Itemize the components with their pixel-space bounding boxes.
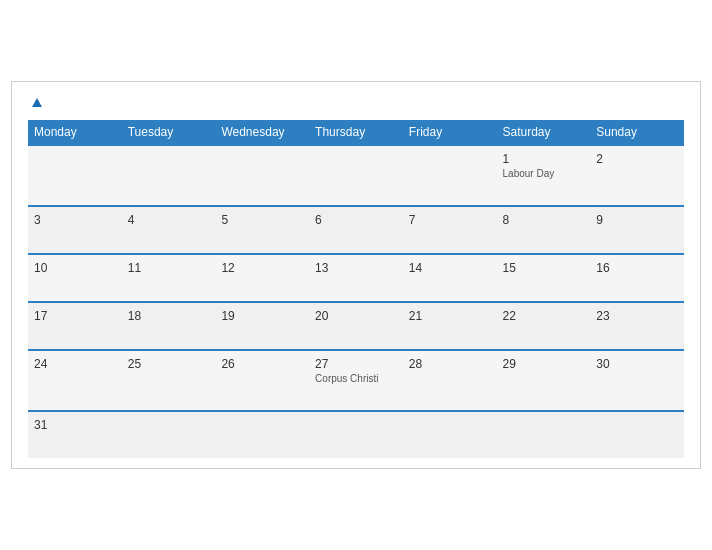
week-row-2: 3456789 [28,206,684,254]
calendar-container: MondayTuesdayWednesdayThursdayFridaySatu… [11,81,701,469]
day-number: 22 [503,309,585,323]
day-number: 31 [34,418,116,432]
calendar-cell: 4 [122,206,216,254]
calendar-cell: 13 [309,254,403,302]
day-number: 3 [34,213,116,227]
calendar-cell: 15 [497,254,591,302]
calendar-cell: 6 [309,206,403,254]
calendar-cell: 24 [28,350,122,411]
calendar-cell [590,411,684,458]
calendar-cell: 17 [28,302,122,350]
calendar-cell: 27Corpus Christi [309,350,403,411]
calendar-cell: 30 [590,350,684,411]
calendar-cell: 18 [122,302,216,350]
weekday-header-sunday: Sunday [590,120,684,145]
day-number: 27 [315,357,397,371]
day-number: 14 [409,261,491,275]
calendar-cell: 8 [497,206,591,254]
calendar-cell [403,411,497,458]
calendar-cell [309,145,403,206]
calendar-cell: 2 [590,145,684,206]
calendar-cell: 7 [403,206,497,254]
calendar-grid: MondayTuesdayWednesdayThursdayFridaySatu… [28,120,684,458]
day-number: 15 [503,261,585,275]
calendar-cell: 10 [28,254,122,302]
day-number: 16 [596,261,678,275]
day-number: 17 [34,309,116,323]
week-row-3: 10111213141516 [28,254,684,302]
week-row-5: 24252627Corpus Christi282930 [28,350,684,411]
day-number: 30 [596,357,678,371]
weekday-header-row: MondayTuesdayWednesdayThursdayFridaySatu… [28,120,684,145]
calendar-cell: 16 [590,254,684,302]
calendar-cell: 21 [403,302,497,350]
calendar-cell [122,145,216,206]
weekday-header-saturday: Saturday [497,120,591,145]
day-number: 18 [128,309,210,323]
day-number: 23 [596,309,678,323]
calendar-cell [497,411,591,458]
calendar-cell: 28 [403,350,497,411]
day-number: 26 [221,357,303,371]
calendar-cell: 12 [215,254,309,302]
logo-triangle-icon [32,98,42,107]
day-number: 1 [503,152,585,166]
day-number: 7 [409,213,491,227]
weekday-header-tuesday: Tuesday [122,120,216,145]
calendar-cell: 11 [122,254,216,302]
calendar-cell: 31 [28,411,122,458]
day-number: 12 [221,261,303,275]
weekday-header-friday: Friday [403,120,497,145]
day-number: 13 [315,261,397,275]
calendar-cell: 22 [497,302,591,350]
holiday-label: Labour Day [503,168,585,179]
calendar-cell [215,411,309,458]
week-row-6: 31 [28,411,684,458]
calendar-cell [215,145,309,206]
calendar-cell: 23 [590,302,684,350]
calendar-cell: 3 [28,206,122,254]
calendar-header [28,98,684,108]
calendar-cell [309,411,403,458]
day-number: 2 [596,152,678,166]
holiday-label: Corpus Christi [315,373,397,384]
calendar-cell [403,145,497,206]
calendar-cell: 14 [403,254,497,302]
day-number: 25 [128,357,210,371]
day-number: 20 [315,309,397,323]
day-number: 29 [503,357,585,371]
calendar-cell: 1Labour Day [497,145,591,206]
day-number: 8 [503,213,585,227]
calendar-cell [122,411,216,458]
day-number: 5 [221,213,303,227]
day-number: 4 [128,213,210,227]
day-number: 11 [128,261,210,275]
logo-general [28,98,42,108]
calendar-cell: 19 [215,302,309,350]
week-row-1: 1Labour Day2 [28,145,684,206]
day-number: 24 [34,357,116,371]
day-number: 9 [596,213,678,227]
weekday-header-monday: Monday [28,120,122,145]
calendar-cell: 25 [122,350,216,411]
day-number: 19 [221,309,303,323]
weekday-header-wednesday: Wednesday [215,120,309,145]
day-number: 21 [409,309,491,323]
calendar-cell [28,145,122,206]
calendar-cell: 26 [215,350,309,411]
calendar-cell: 20 [309,302,403,350]
weekday-header-thursday: Thursday [309,120,403,145]
logo [28,98,42,108]
calendar-cell: 29 [497,350,591,411]
calendar-cell: 5 [215,206,309,254]
day-number: 6 [315,213,397,227]
calendar-cell: 9 [590,206,684,254]
day-number: 10 [34,261,116,275]
day-number: 28 [409,357,491,371]
week-row-4: 17181920212223 [28,302,684,350]
